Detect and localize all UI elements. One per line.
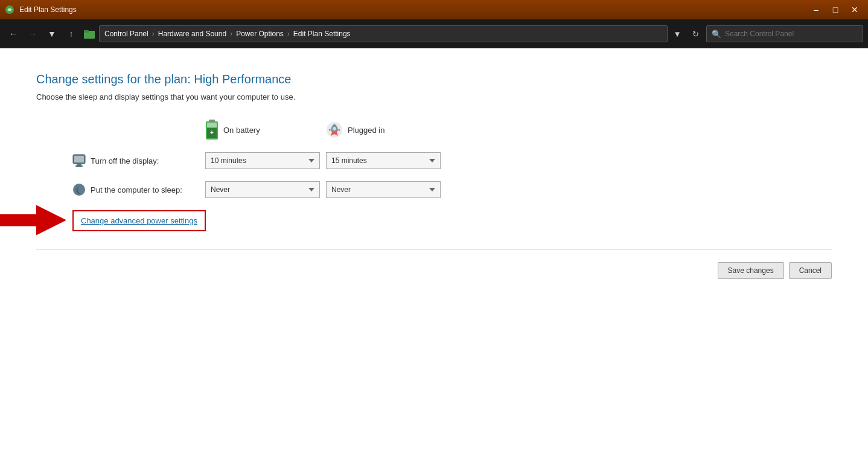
monitor-icon bbox=[72, 154, 86, 167]
refresh-button[interactable]: ↻ bbox=[687, 25, 704, 42]
address-bar: ← → ▼ ↑ Control Panel › Hardware and Sou… bbox=[0, 19, 868, 48]
sleep-battery-select[interactable]: Never 1 minute 5 minutes 10 minutes 15 m… bbox=[205, 181, 320, 198]
advanced-link-section: Change advanced power settings bbox=[72, 210, 832, 231]
action-buttons: Save changes Cancel bbox=[36, 262, 832, 279]
save-changes-button[interactable]: Save changes bbox=[718, 262, 784, 279]
sleep-label: Put the computer to sleep: bbox=[91, 185, 182, 194]
svg-rect-13 bbox=[75, 165, 83, 167]
on-battery-label: On battery bbox=[223, 126, 260, 135]
title-bar-controls: – □ ✕ bbox=[808, 4, 863, 16]
sleep-icon bbox=[72, 183, 86, 196]
minimize-button[interactable]: – bbox=[808, 4, 825, 16]
breadcrumb-edit-plan[interactable]: Edit Plan Settings bbox=[293, 30, 351, 38]
breadcrumb-hardware-sound[interactable]: Hardware and Sound bbox=[158, 30, 226, 38]
svg-text:+: + bbox=[210, 129, 214, 136]
window-title: Edit Plan Settings bbox=[19, 5, 77, 14]
divider bbox=[36, 249, 832, 250]
turn-off-display-battery-select[interactable]: 10 minutes 1 minute 2 minutes 5 minutes … bbox=[205, 152, 320, 169]
svg-rect-6 bbox=[207, 123, 217, 127]
search-input[interactable] bbox=[725, 30, 858, 38]
turn-off-display-label: Turn off the display: bbox=[91, 156, 159, 165]
col-on-battery: + On battery bbox=[205, 120, 326, 140]
advanced-power-settings-link[interactable]: Change advanced power settings bbox=[81, 216, 197, 225]
advanced-link-wrapper: Change advanced power settings bbox=[72, 210, 206, 231]
page-heading: Change settings for the plan: High Perfo… bbox=[36, 72, 832, 86]
folder-icon bbox=[83, 28, 95, 40]
up-button[interactable]: ↑ bbox=[63, 25, 80, 42]
app-icon bbox=[5, 5, 14, 14]
cancel-button[interactable]: Cancel bbox=[789, 262, 832, 279]
dropdown-history-button[interactable]: ▼ bbox=[43, 25, 60, 42]
breadcrumb-control-panel[interactable]: Control Panel bbox=[104, 30, 148, 38]
forward-button[interactable]: → bbox=[24, 25, 41, 42]
svg-rect-12 bbox=[77, 164, 81, 165]
svg-rect-2 bbox=[84, 30, 89, 33]
search-icon: 🔍 bbox=[712, 30, 721, 39]
close-button[interactable]: ✕ bbox=[846, 4, 863, 16]
turn-off-display-plugged-select[interactable]: 15 minutes 1 minute 2 minutes 5 minutes … bbox=[326, 152, 441, 169]
svg-rect-11 bbox=[74, 156, 84, 162]
sleep-plugged-select[interactable]: Never 1 minute 5 minutes 10 minutes 15 m… bbox=[326, 181, 441, 198]
svg-rect-16 bbox=[0, 214, 36, 226]
plugged-in-icon bbox=[326, 121, 343, 138]
red-arrow bbox=[0, 202, 66, 240]
address-path[interactable]: Control Panel › Hardware and Sound › Pow… bbox=[99, 25, 668, 42]
page-subtext: Choose the sleep and display settings th… bbox=[36, 92, 832, 101]
search-box[interactable]: 🔍 bbox=[706, 25, 863, 42]
advanced-link-highlight-box: Change advanced power settings bbox=[72, 210, 206, 231]
turn-off-display-label-wrapper: Turn off the display: bbox=[72, 154, 205, 167]
back-button[interactable]: ← bbox=[5, 25, 22, 42]
title-bar: Edit Plan Settings – □ ✕ bbox=[0, 0, 868, 19]
svg-rect-3 bbox=[209, 120, 215, 121]
maximize-button[interactable]: □ bbox=[827, 4, 844, 16]
sleep-label-wrapper: Put the computer to sleep: bbox=[72, 183, 205, 196]
sleep-row: Put the computer to sleep: Never 1 minut… bbox=[72, 181, 832, 198]
turn-off-display-row: Turn off the display: 10 minutes 1 minut… bbox=[72, 152, 832, 169]
settings-table: + On battery Plugged in bbox=[72, 120, 832, 198]
address-dropdown-button[interactable]: ▼ bbox=[670, 25, 685, 42]
col-plugged-in: Plugged in bbox=[326, 121, 447, 138]
main-content: Change settings for the plan: High Perfo… bbox=[0, 48, 868, 462]
svg-point-9 bbox=[333, 127, 336, 130]
battery-icon: + bbox=[205, 120, 219, 140]
title-bar-left: Edit Plan Settings bbox=[5, 5, 77, 14]
column-headers: + On battery Plugged in bbox=[205, 120, 832, 140]
plugged-in-label: Plugged in bbox=[348, 126, 385, 135]
svg-marker-17 bbox=[36, 205, 66, 235]
breadcrumb-power-options[interactable]: Power Options bbox=[236, 30, 284, 38]
svg-point-15 bbox=[74, 185, 84, 194]
